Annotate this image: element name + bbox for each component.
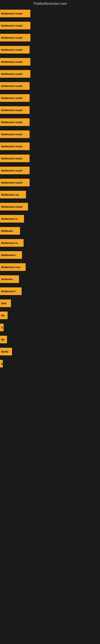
bar-row-7: Bottleneck result: [0, 92, 100, 104]
bar-row-27: Bo: [0, 334, 100, 346]
bar-row-33: [0, 388, 100, 394]
bar-row-37: [0, 412, 100, 418]
bottleneck-bar-7[interactable]: Bottleneck result: [0, 94, 30, 102]
bar-row-12: Bottleneck result: [0, 152, 100, 164]
bottleneck-bar-29[interactable]: b: [0, 360, 3, 368]
bottleneck-bar-8[interactable]: Bottleneck result: [0, 106, 30, 114]
bottleneck-bar-25[interactable]: Bo: [0, 312, 8, 319]
bar-row-4: Bottleneck result: [0, 56, 100, 68]
bar-row-39: [0, 424, 100, 430]
bar-row-34: [0, 394, 100, 400]
bottleneck-bar-24[interactable]: Bott: [0, 300, 11, 307]
bar-row-21: Bottleneck resu: [0, 261, 100, 273]
bottleneck-bar-14[interactable]: Bottleneck result: [0, 179, 30, 186]
bottleneck-bar-16[interactable]: Bottleneck result: [0, 203, 28, 210]
bottleneck-bar-12[interactable]: Bottleneck result: [0, 154, 30, 162]
bars-container: Bottleneck resultBottleneck resultBottle…: [0, 8, 100, 430]
bar-row-24: Bott: [0, 297, 100, 309]
bar-row-31: [0, 376, 100, 382]
bottleneck-bar-23[interactable]: Bottleneck r: [0, 288, 22, 295]
bar-row-1: Bottleneck result: [0, 20, 100, 32]
bar-row-0: Bottleneck result: [0, 8, 100, 20]
bar-row-25: Bo: [0, 309, 100, 322]
bar-row-14: Bottleneck result: [0, 176, 100, 188]
bar-row-23: Bottleneck r: [0, 285, 100, 297]
bar-row-35: [0, 400, 100, 406]
bar-row-36: [0, 406, 100, 412]
bottleneck-bar-20[interactable]: Bottleneck r: [0, 251, 22, 259]
bottleneck-bar-6[interactable]: Bottleneck result: [0, 82, 30, 90]
bottleneck-bar-9[interactable]: Bottleneck result: [0, 118, 30, 126]
site-title: TheBottlenecker.com: [0, 0, 100, 8]
bottleneck-bar-22[interactable]: Bottlenec: [0, 275, 19, 283]
bar-row-20: Bottleneck r: [0, 249, 100, 261]
bottleneck-bar-3[interactable]: Bottleneck result: [0, 46, 30, 54]
bar-row-10: Bottleneck result: [0, 128, 100, 140]
bar-row-5: Bottleneck result: [0, 68, 100, 80]
bar-row-32: [0, 382, 100, 388]
bar-row-11: Bottleneck result: [0, 140, 100, 152]
bottleneck-bar-5[interactable]: Bottleneck result: [0, 70, 30, 78]
bar-row-26: b: [0, 322, 100, 334]
bar-row-28: Bottle: [0, 346, 100, 358]
bottleneck-bar-21[interactable]: Bottleneck resu: [0, 263, 26, 271]
bar-row-3: Bottleneck result: [0, 44, 100, 56]
bar-row-30: [0, 370, 100, 376]
bar-row-15: Bottleneck res: [0, 188, 100, 201]
bottleneck-bar-13[interactable]: Bottleneck result: [0, 167, 30, 174]
bar-row-16: Bottleneck result: [0, 201, 100, 213]
bar-row-18: Bottlenec: [0, 225, 100, 237]
bottleneck-bar-27[interactable]: Bo: [0, 336, 7, 343]
bar-row-29: b: [0, 358, 100, 370]
bottleneck-bar-10[interactable]: Bottleneck result: [0, 130, 30, 138]
bottleneck-bar-15[interactable]: Bottleneck res: [0, 191, 26, 198]
bottleneck-bar-0[interactable]: Bottleneck result: [0, 10, 30, 17]
bar-row-9: Bottleneck result: [0, 116, 100, 128]
site-title-container: TheBottlenecker.com: [0, 0, 100, 8]
bar-row-38: [0, 418, 100, 424]
bottleneck-bar-1[interactable]: Bottleneck result: [0, 22, 30, 30]
bar-row-19: Bottleneck re: [0, 237, 100, 249]
bar-row-13: Bottleneck result: [0, 164, 100, 176]
bottleneck-bar-17[interactable]: Bottleneck re: [0, 215, 24, 222]
bottleneck-bar-28[interactable]: Bottle: [0, 348, 12, 356]
bottleneck-bar-11[interactable]: Bottleneck result: [0, 142, 30, 150]
bar-row-6: Bottleneck result: [0, 80, 100, 92]
bar-row-22: Bottlenec: [0, 273, 100, 285]
bar-row-8: Bottleneck result: [0, 104, 100, 116]
bottleneck-bar-2[interactable]: Bottleneck result: [0, 34, 30, 42]
bottleneck-bar-26[interactable]: b: [0, 324, 3, 331]
bottleneck-bar-18[interactable]: Bottlenec: [0, 227, 20, 235]
bottleneck-bar-19[interactable]: Bottleneck re: [0, 239, 24, 247]
bar-row-17: Bottleneck re: [0, 213, 100, 225]
bottleneck-bar-4[interactable]: Bottleneck result: [0, 58, 30, 66]
bar-row-2: Bottleneck result: [0, 32, 100, 44]
